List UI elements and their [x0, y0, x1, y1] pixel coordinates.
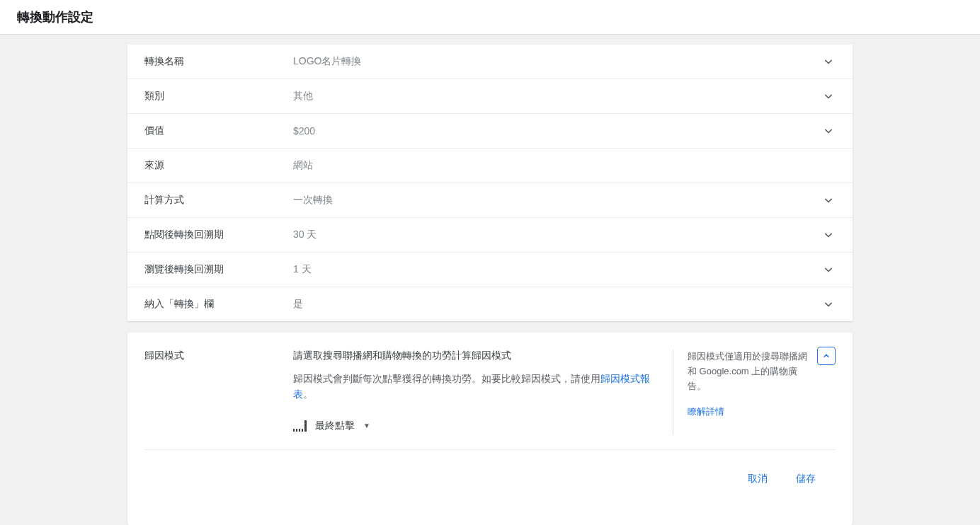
settings-row-3: 來源網站 — [127, 149, 853, 183]
collapse-button[interactable] — [817, 347, 836, 365]
settings-row-1[interactable]: 類別其他 — [127, 79, 853, 114]
attribution-side-info: 歸因模式僅適用於搜尋聯播網和 Google.com 上的購物廣告。 瞭解詳情 — [673, 350, 836, 435]
dropdown-arrow-icon: ▼ — [363, 422, 370, 429]
row-value: 一次轉換 — [293, 194, 821, 207]
last-click-icon — [293, 420, 307, 432]
row-value: 網站 — [293, 159, 821, 172]
attribution-title: 請選取搜尋聯播網和購物轉換的功勞計算歸因模式 — [293, 350, 656, 362]
row-label: 瀏覽後轉換回溯期 — [144, 263, 293, 276]
attribution-desc-text2: 。 — [303, 388, 313, 400]
settings-row-2[interactable]: 價值$200 — [127, 114, 853, 149]
page-header: 轉換動作設定 — [0, 0, 980, 35]
attribution-desc-text1: 歸因模式會判斷每次點擊獲得的轉換功勞。如要比較歸因模式，請使用 — [293, 373, 600, 384]
attribution-label: 歸因模式 — [144, 350, 293, 435]
row-label: 點閱後轉換回溯期 — [144, 229, 293, 241]
page-title: 轉換動作設定 — [17, 10, 93, 24]
settings-card: 轉換名稱LOGO名片轉換類別其他價值$200來源網站計算方式一次轉換點閱後轉換回… — [127, 45, 853, 321]
side-note-text: 歸因模式僅適用於搜尋聯播網和 Google.com 上的購物廣告。 — [688, 350, 836, 393]
row-label: 計算方式 — [144, 194, 293, 207]
attribution-description: 歸因模式會判斷每次點擊獲得的轉換功勞。如要比較歸因模式，請使用歸因模式報表。 — [293, 371, 656, 403]
chevron-down-icon — [821, 54, 836, 69]
attribution-actions: 取消 儲存 — [144, 449, 836, 508]
chevron-down-icon — [821, 89, 836, 103]
chevron-down-icon — [821, 297, 836, 311]
settings-row-6[interactable]: 瀏覽後轉換回溯期1 天 — [127, 253, 853, 287]
cancel-button[interactable]: 取消 — [745, 467, 770, 491]
settings-row-4[interactable]: 計算方式一次轉換 — [127, 183, 853, 218]
row-value: 1 天 — [293, 263, 821, 276]
attribution-card: 歸因模式 請選取搜尋聯播網和購物轉換的功勞計算歸因模式 歸因模式會判斷每次點擊獲… — [127, 333, 853, 525]
row-value: $200 — [293, 125, 821, 137]
chevron-down-icon — [821, 124, 836, 138]
row-label: 類別 — [144, 90, 293, 103]
chevron-down-icon — [821, 228, 836, 242]
settings-row-5[interactable]: 點閱後轉換回溯期30 天 — [127, 218, 853, 253]
chevron-down-icon — [821, 193, 836, 207]
attribution-model-dropdown[interactable]: 最終點擊 ▼ — [293, 417, 656, 435]
main-content: 轉換名稱LOGO名片轉換類別其他價值$200來源網站計算方式一次轉換點閱後轉換回… — [127, 45, 853, 525]
row-value: 30 天 — [293, 229, 821, 241]
row-value: LOGO名片轉換 — [293, 55, 821, 68]
row-value: 是 — [293, 298, 821, 311]
attribution-selected-value: 最終點擊 — [315, 420, 355, 432]
row-label: 價值 — [144, 125, 293, 137]
row-label: 來源 — [144, 159, 293, 172]
row-label: 納入「轉換」欄 — [144, 298, 293, 311]
save-button[interactable]: 儲存 — [793, 467, 819, 491]
chevron-up-icon — [821, 351, 831, 361]
settings-row-7[interactable]: 納入「轉換」欄是 — [127, 287, 853, 321]
row-value: 其他 — [293, 90, 821, 103]
chevron-down-icon — [821, 262, 836, 277]
settings-row-0[interactable]: 轉換名稱LOGO名片轉換 — [127, 45, 853, 79]
row-label: 轉換名稱 — [144, 55, 293, 68]
learn-more-link[interactable]: 瞭解詳情 — [688, 406, 724, 417]
